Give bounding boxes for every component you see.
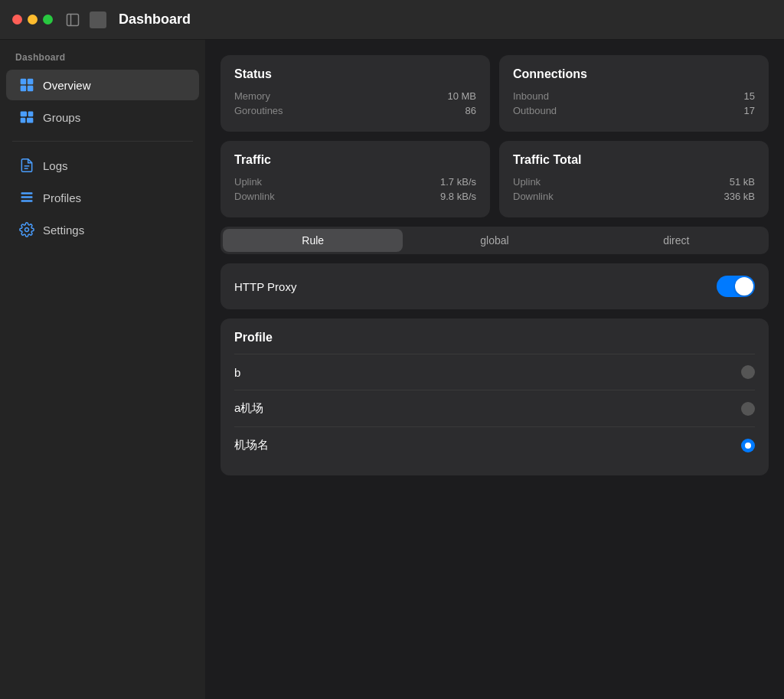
- fullscreen-button[interactable]: [43, 15, 53, 24]
- http-proxy-row: HTTP Proxy: [220, 263, 769, 309]
- profiles-icon: [18, 189, 35, 206]
- status-memory-row: Memory 10 MB: [234, 90, 476, 102]
- svg-rect-5: [28, 86, 34, 92]
- goroutines-label: Goroutines: [234, 105, 283, 116]
- sidebar-divider: [12, 141, 193, 142]
- logs-icon: [18, 157, 35, 174]
- traffic-card: Traffic Uplink 1.7 kB/s Downlink 9.8 kB/…: [220, 141, 490, 217]
- status-goroutines-row: Goroutines 86: [234, 105, 476, 116]
- svg-rect-0: [67, 14, 79, 25]
- traffic-total-card-title: Traffic Total: [513, 153, 755, 167]
- page-title: Dashboard: [119, 11, 191, 28]
- profile-name-airport-name: 机场名: [234, 438, 269, 452]
- http-proxy-toggle[interactable]: [717, 276, 755, 297]
- settings-icon: [18, 221, 35, 238]
- traffic-downlink-label: Downlink: [234, 191, 275, 202]
- profile-name-b: b: [234, 366, 240, 379]
- goroutines-value: 86: [466, 105, 476, 116]
- profile-section-title: Profile: [234, 331, 755, 345]
- status-card-title: Status: [234, 67, 476, 81]
- profile-item-a-airport[interactable]: a机场: [234, 390, 755, 426]
- tab-global[interactable]: global: [404, 229, 584, 252]
- toggle-knob: [735, 277, 753, 296]
- outbound-label: Outbound: [513, 105, 557, 116]
- sidebar-item-settings-label: Settings: [43, 224, 84, 237]
- close-button[interactable]: [12, 15, 22, 24]
- traffic-total-uplink-value: 51 kB: [730, 176, 755, 188]
- traffic-total-card: Traffic Total Uplink 51 kB Downlink 336 …: [499, 141, 769, 217]
- profile-radio-b[interactable]: [741, 365, 755, 379]
- sidebar-item-groups[interactable]: Groups: [6, 102, 199, 132]
- mode-tabs: Rule global direct: [220, 227, 769, 254]
- profile-item-airport-name[interactable]: 机场名: [234, 426, 755, 463]
- sidebar-toggle-icon[interactable]: [65, 12, 80, 28]
- tab-rule[interactable]: Rule: [223, 229, 403, 252]
- outbound-value: 17: [744, 105, 755, 116]
- svg-rect-3: [28, 79, 34, 85]
- traffic-total-uplink-row: Uplink 51 kB: [513, 176, 755, 188]
- connections-card-title: Connections: [513, 67, 755, 81]
- memory-label: Memory: [234, 90, 270, 102]
- traffic-total-uplink-label: Uplink: [513, 176, 541, 188]
- traffic-uplink-value: 1.7 kB/s: [440, 176, 476, 188]
- sidebar-item-groups-label: Groups: [43, 111, 80, 124]
- svg-rect-9: [27, 118, 33, 123]
- sidebar: Dashboard Overview: [0, 40, 205, 699]
- profile-name-a-airport: a机场: [234, 401, 263, 416]
- sidebar-item-logs[interactable]: Logs: [6, 150, 199, 181]
- connections-inbound-row: Inbound 15: [513, 90, 755, 102]
- traffic-card-title: Traffic: [234, 153, 476, 167]
- sidebar-item-profiles[interactable]: Profiles: [6, 182, 199, 213]
- svg-rect-6: [21, 112, 27, 117]
- overview-icon: [18, 77, 35, 93]
- sidebar-item-settings[interactable]: Settings: [6, 214, 199, 245]
- profile-item-b[interactable]: b: [234, 354, 755, 390]
- cards-row-1: Status Memory 10 MB Goroutines 86 Connec…: [220, 55, 769, 132]
- titlebar: Dashboard: [0, 0, 784, 40]
- traffic-total-downlink-label: Downlink: [513, 191, 554, 202]
- panel-icon: [90, 11, 106, 28]
- memory-value: 10 MB: [447, 90, 476, 102]
- connections-outbound-row: Outbound 17: [513, 105, 755, 116]
- connections-card: Connections Inbound 15 Outbound 17: [499, 55, 769, 132]
- traffic-lights: [12, 15, 53, 24]
- inbound-label: Inbound: [513, 90, 549, 102]
- svg-rect-4: [21, 86, 27, 92]
- traffic-downlink-row: Downlink 9.8 kB/s: [234, 191, 476, 202]
- svg-point-15: [25, 228, 29, 232]
- tab-direct[interactable]: direct: [586, 229, 766, 252]
- profile-section: Profile b a机场 机场名: [220, 318, 769, 475]
- traffic-uplink-row: Uplink 1.7 kB/s: [234, 176, 476, 188]
- main-layout: Dashboard Overview: [0, 40, 784, 699]
- traffic-total-downlink-value: 336 kB: [724, 191, 755, 202]
- traffic-downlink-value: 9.8 kB/s: [440, 191, 476, 202]
- svg-rect-14: [21, 200, 33, 202]
- sidebar-item-overview[interactable]: Overview: [6, 70, 199, 100]
- traffic-uplink-label: Uplink: [234, 176, 262, 188]
- minimize-button[interactable]: [28, 15, 38, 24]
- sidebar-item-profiles-label: Profiles: [43, 191, 81, 204]
- cards-row-2: Traffic Uplink 1.7 kB/s Downlink 9.8 kB/…: [220, 141, 769, 217]
- svg-rect-7: [28, 112, 34, 117]
- sidebar-item-logs-label: Logs: [43, 159, 68, 172]
- status-card: Status Memory 10 MB Goroutines 86: [220, 55, 490, 132]
- content-area: Status Memory 10 MB Goroutines 86 Connec…: [205, 40, 784, 699]
- profile-radio-a-airport[interactable]: [741, 402, 755, 416]
- svg-rect-8: [21, 118, 26, 123]
- sidebar-item-overview-label: Overview: [43, 79, 91, 92]
- groups-icon: [18, 109, 35, 126]
- sidebar-section-label: Dashboard: [0, 52, 205, 69]
- traffic-total-downlink-row: Downlink 336 kB: [513, 191, 755, 202]
- svg-rect-2: [21, 79, 27, 85]
- inbound-value: 15: [744, 90, 755, 102]
- http-proxy-label: HTTP Proxy: [234, 280, 296, 293]
- profile-radio-airport-name[interactable]: [741, 439, 755, 452]
- svg-rect-13: [21, 196, 33, 198]
- svg-rect-12: [21, 192, 33, 194]
